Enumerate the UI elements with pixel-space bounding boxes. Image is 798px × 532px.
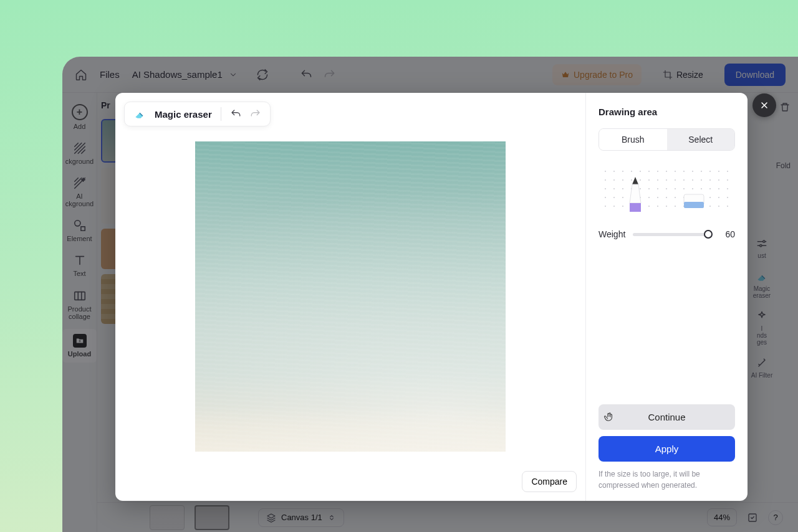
hand-cursor-icon (603, 412, 615, 423)
panel-title: Drawing area (598, 107, 735, 117)
redo-icon (250, 108, 261, 120)
modal-side-panel: Drawing area Brush Select Weight 60 (585, 93, 748, 501)
compare-button[interactable]: Compare (522, 471, 577, 492)
close-button[interactable] (752, 93, 776, 117)
undo-icon[interactable] (230, 108, 241, 120)
svg-rect-7 (630, 203, 641, 212)
close-icon (759, 100, 769, 110)
brush-preview (598, 164, 735, 212)
weight-slider[interactable] (633, 233, 711, 236)
eraser-tool-icon (683, 188, 705, 213)
weight-value: 60 (719, 229, 735, 239)
size-hint: If the size is too large, it will be com… (598, 469, 735, 491)
svg-rect-9 (684, 202, 704, 208)
tool-title: Magic eraser (155, 109, 212, 120)
continue-button[interactable]: Continue (598, 404, 735, 430)
tab-select[interactable]: Select (667, 129, 735, 150)
tab-brush[interactable]: Brush (599, 129, 667, 150)
tool-header: Magic eraser (124, 102, 271, 126)
modal-canvas-area: Magic eraser Compare (115, 93, 585, 501)
slider-thumb[interactable] (704, 230, 713, 239)
pencil-icon (626, 176, 645, 213)
mode-segmented: Brush Select (598, 128, 735, 151)
apply-button[interactable]: Apply (598, 436, 735, 462)
weight-label: Weight (598, 229, 625, 239)
eraser-icon (133, 108, 146, 120)
editing-canvas[interactable] (195, 141, 506, 452)
magic-eraser-modal: Magic eraser Compare Drawing area Brush … (115, 93, 748, 501)
weight-control: Weight 60 (598, 229, 735, 239)
